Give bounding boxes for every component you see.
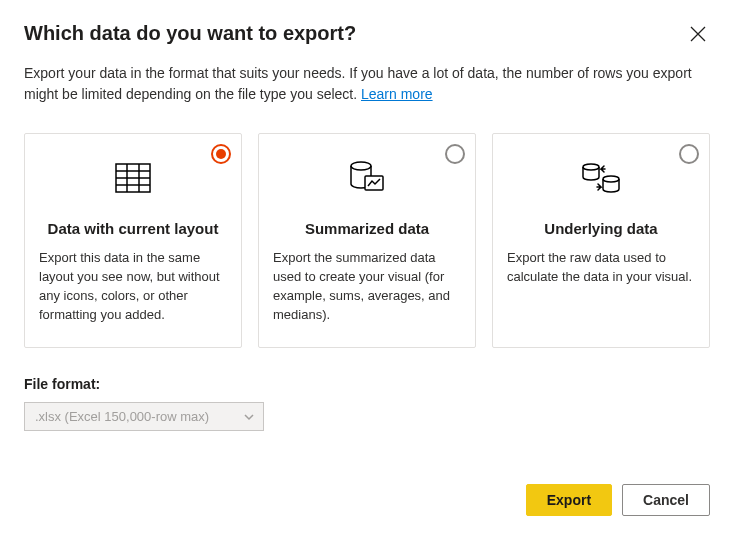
export-options: Data with current layout Export this dat… (24, 133, 710, 348)
export-button[interactable]: Export (526, 484, 612, 516)
file-format-value: .xlsx (Excel 150,000-row max) (35, 409, 209, 424)
svg-point-9 (603, 176, 619, 182)
svg-point-8 (583, 164, 599, 170)
radio-selected[interactable] (211, 144, 231, 164)
option-desc: Export the raw data used to calculate th… (507, 249, 695, 287)
table-icon (39, 150, 227, 206)
underlying-icon (507, 150, 695, 206)
svg-point-6 (351, 162, 371, 170)
dialog-footer: Export Cancel (526, 484, 710, 516)
dialog-title: Which data do you want to export? (24, 22, 356, 45)
summarized-icon (273, 150, 461, 206)
chevron-down-icon (243, 411, 255, 423)
file-format-label: File format: (24, 376, 710, 392)
option-title: Underlying data (507, 220, 695, 237)
option-summarized-data[interactable]: Summarized data Export the summarized da… (258, 133, 476, 348)
file-format-select[interactable]: .xlsx (Excel 150,000-row max) (24, 402, 264, 431)
option-underlying-data[interactable]: Underlying data Export the raw data used… (492, 133, 710, 348)
dialog-subtitle: Export your data in the format that suit… (24, 63, 704, 105)
subtitle-text: Export your data in the format that suit… (24, 65, 692, 102)
option-title: Summarized data (273, 220, 461, 237)
close-button[interactable] (686, 22, 710, 49)
option-desc: Export this data in the same layout you … (39, 249, 227, 324)
option-desc: Export the summarized data used to creat… (273, 249, 461, 324)
option-title: Data with current layout (39, 220, 227, 237)
cancel-button[interactable]: Cancel (622, 484, 710, 516)
option-data-current-layout[interactable]: Data with current layout Export this dat… (24, 133, 242, 348)
radio-unselected[interactable] (679, 144, 699, 164)
learn-more-link[interactable]: Learn more (361, 86, 433, 102)
radio-unselected[interactable] (445, 144, 465, 164)
close-icon (690, 26, 706, 42)
